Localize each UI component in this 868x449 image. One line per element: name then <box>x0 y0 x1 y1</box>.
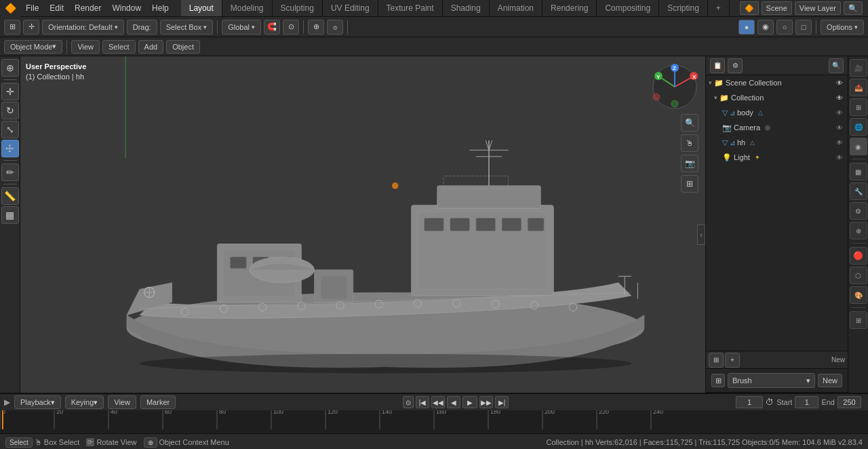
tab-modeling[interactable]: Modeling <box>222 0 273 16</box>
fly-mode-btn[interactable]: 🖱 <box>681 134 698 152</box>
select-menu[interactable]: Select <box>102 40 136 54</box>
object-mode-selector[interactable]: Object Mode <box>4 40 62 54</box>
menu-file[interactable]: File <box>20 0 44 16</box>
filter-icon[interactable]: ⚙ <box>728 58 743 73</box>
start-frame-input[interactable] <box>795 396 818 408</box>
tab-rendering[interactable]: Rendering <box>542 0 597 16</box>
prop-physics-btn[interactable]: ⊕ <box>850 222 867 239</box>
keyframe-icon[interactable]: ⊙ <box>403 396 414 408</box>
menu-edit[interactable]: Edit <box>44 0 69 16</box>
tool-move[interactable]: ✛ <box>1 83 19 100</box>
hh-eye[interactable]: 👁 <box>834 137 845 148</box>
scrubber[interactable]: 0 20 40 60 80 100 120 140 160 180 200 22… <box>0 410 868 429</box>
shading-solid[interactable]: ● <box>738 20 755 35</box>
view-menu-tl[interactable]: View <box>108 395 136 409</box>
outliner-body[interactable]: ▽ ⊿ body △ 👁 <box>706 105 848 120</box>
light-eye[interactable]: 👁 <box>834 152 845 163</box>
engine-selector[interactable]: 🔶 <box>740 1 759 15</box>
tool-measure[interactable]: 📏 <box>1 187 19 205</box>
tool-scale[interactable]: ⤡ <box>1 121 19 138</box>
outliner-icon[interactable]: 📋 <box>710 58 725 73</box>
prop-world-btn[interactable]: ◉ <box>850 138 867 155</box>
next-frame-btn[interactable]: ▶▶ <box>479 396 493 408</box>
marker-menu[interactable]: Marker <box>140 395 176 409</box>
snapping-btn[interactable]: 🧲 <box>264 20 280 35</box>
pivot-selector[interactable]: Global <box>222 20 261 35</box>
tool-cursor[interactable]: ⊕ <box>1 59 19 77</box>
prop-more-btn[interactable]: ⊞ <box>850 311 867 329</box>
outliner-camera[interactable]: 📷 Camera ◎ 👁 <box>706 120 848 135</box>
scene-selector[interactable]: Scene <box>762 1 792 15</box>
end-frame-input[interactable] <box>837 396 861 408</box>
body-eye[interactable]: 👁 <box>834 107 845 118</box>
prop-object-btn[interactable]: ▦ <box>850 163 867 180</box>
prop-render-btn[interactable]: 🎥 <box>850 59 867 77</box>
outliner-scene-collection[interactable]: ▾ 📁 Scene Collection 👁 <box>706 75 848 90</box>
prop-objectdata-btn[interactable]: ⬡ <box>850 267 867 284</box>
tab-sculpting[interactable]: Sculpting <box>273 0 323 16</box>
overlay-btn[interactable]: ⌾ <box>327 20 343 35</box>
menu-render[interactable]: Render <box>69 0 106 16</box>
tool-rotate[interactable]: ↻ <box>1 102 19 119</box>
brush-icon-btn[interactable]: ⊞ <box>711 374 725 387</box>
add-menu[interactable]: Add <box>138 40 164 54</box>
keying-menu[interactable]: Keying <box>65 395 104 409</box>
view-menu[interactable]: View <box>71 40 100 54</box>
viewport[interactable]: User Perspective (1) Collection | hh X Y… <box>20 56 705 393</box>
play-btn[interactable]: ▶ <box>462 396 477 408</box>
new-material-btn[interactable]: New <box>831 356 845 364</box>
camera-eye[interactable]: 👁 <box>834 122 845 133</box>
playback-menu[interactable]: Playback <box>14 395 61 409</box>
tool-add-cube[interactable]: ▦ <box>1 206 19 224</box>
ortho-top-btn[interactable]: ⊞ <box>681 175 698 193</box>
prop-material-btn[interactable]: 🎨 <box>850 286 867 304</box>
proportional-btn[interactable]: ⊙ <box>283 20 299 35</box>
toolbar-mode-icon[interactable]: ⊞ <box>4 20 20 35</box>
prop-modifier-btn[interactable]: 🔧 <box>850 182 867 200</box>
shading-rendered[interactable]: ○ <box>776 20 793 35</box>
tab-uv-editing[interactable]: UV Editing <box>323 0 378 16</box>
options-btn[interactable]: Options <box>821 20 864 35</box>
search-btn[interactable]: 🔍 <box>844 1 863 15</box>
zoom-in-btn[interactable]: 🔍 <box>681 114 698 132</box>
tab-texture-paint[interactable]: Texture Paint <box>378 0 443 16</box>
tab-add[interactable]: + <box>708 0 730 16</box>
tool-annotate[interactable]: ✏ <box>1 163 19 181</box>
outliner-hh[interactable]: ▽ ⊿ hh △ 👁 <box>706 135 848 150</box>
tab-layout[interactable]: Layout <box>181 0 222 16</box>
camera-view-btn[interactable]: 📷 <box>681 155 698 172</box>
new-btn[interactable]: New <box>818 374 842 387</box>
menu-help[interactable]: Help <box>146 0 174 16</box>
panel-search-icon[interactable]: 🔍 <box>829 58 844 73</box>
tab-scripting[interactable]: Scripting <box>659 0 708 16</box>
view-layer-selector[interactable]: View Layer <box>795 1 841 15</box>
prev-frame-btn[interactable]: ◀ <box>447 396 460 408</box>
tab-compositing[interactable]: Compositing <box>597 0 659 16</box>
scene-coll-eye[interactable]: 👁 <box>834 77 845 88</box>
prop-particles-btn[interactable]: ⚙ <box>850 202 867 220</box>
prop-viewlayer-btn[interactable]: ⊞ <box>850 98 867 116</box>
orientation-selector[interactable]: Orientation: Default <box>42 20 124 35</box>
shading-wireframe[interactable]: □ <box>795 20 812 35</box>
object-menu[interactable]: Object <box>166 40 200 54</box>
toolbar-transform-icon[interactable]: ✛ <box>23 20 39 35</box>
jump-start-btn[interactable]: |◀ <box>416 396 429 408</box>
tab-animation[interactable]: Animation <box>490 0 542 16</box>
coll-eye[interactable]: 👁 <box>834 92 845 103</box>
prev-keyframe-btn[interactable]: ◀◀ <box>431 396 445 408</box>
panel-collapse-btn[interactable]: ‹ <box>697 224 705 245</box>
outliner-light[interactable]: 💡 Light ✦ 👁 <box>706 150 848 165</box>
show-gizmos-btn[interactable]: ⊕ <box>308 20 324 35</box>
current-frame-input[interactable] <box>736 396 763 408</box>
shading-material[interactable]: ◉ <box>757 20 774 35</box>
prop-icon2[interactable]: + <box>725 353 740 368</box>
brush-dropdown[interactable]: Brush ▾ <box>728 373 815 388</box>
tool-transform[interactable]: ☩ <box>1 140 19 157</box>
nav-widget[interactable]: X Y Z <box>651 63 698 111</box>
menu-window[interactable]: Window <box>106 0 146 16</box>
tab-shading[interactable]: Shading <box>443 0 490 16</box>
prop-output-btn[interactable]: 📤 <box>850 79 867 96</box>
prop-icon1[interactable]: ⊞ <box>709 353 724 368</box>
prop-scene-btn[interactable]: 🌐 <box>850 118 867 136</box>
jump-end-btn[interactable]: ▶| <box>495 396 509 408</box>
